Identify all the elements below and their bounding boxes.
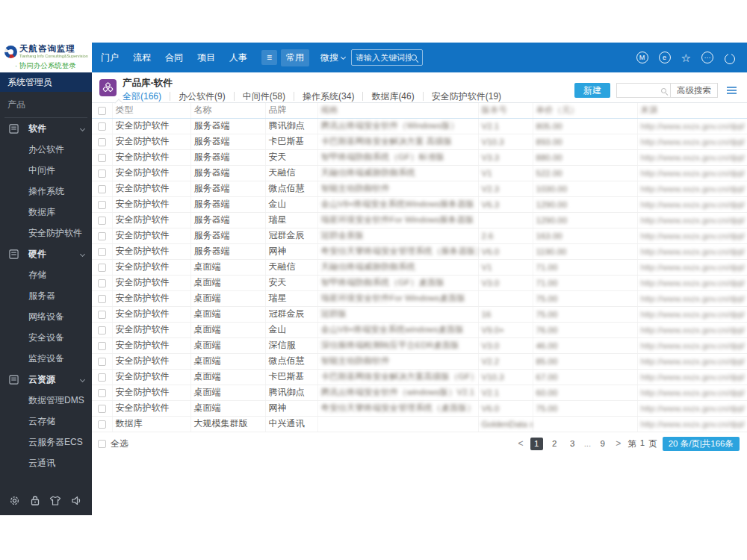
nav-item-hr[interactable]: 人事	[229, 52, 247, 64]
nav-item-project[interactable]: 项目	[197, 52, 215, 64]
theme-shirt-icon[interactable]	[49, 495, 61, 506]
table-row[interactable]: 安全防护软件 服务器端 安天 智甲终端防御系统（GF）标准版 V3.3 880.…	[92, 149, 747, 165]
message-icon[interactable]: e	[659, 52, 671, 63]
row-checkbox[interactable]	[98, 405, 106, 413]
sidebar-item-server[interactable]: 服务器	[0, 285, 92, 306]
power-icon[interactable]	[724, 52, 735, 63]
nav-menu-button[interactable]: ≡	[261, 50, 277, 65]
sidebar-item-security-device[interactable]: 安全设备	[0, 327, 92, 348]
table-row[interactable]: 安全防护软件 服务器端 瑞星 瑞星环境安全软件For Windows服务器版 1…	[92, 212, 747, 228]
sidebar-item-ecs[interactable]: 云服务器ECS	[0, 432, 92, 452]
sidebar-toolbar	[0, 495, 92, 506]
list-view-icon[interactable]	[727, 90, 737, 91]
search-scope-dropdown[interactable]: 微搜	[320, 52, 338, 64]
table-row[interactable]: 安全防护软件 桌面端 天融信 天融信终端威胁防御系统 V1 71.00 http…	[92, 259, 747, 275]
row-checkbox[interactable]	[98, 217, 106, 225]
sidebar-item-cloud-comm[interactable]: 云通讯	[0, 452, 92, 473]
lock-icon[interactable]	[30, 495, 40, 506]
row-checkbox[interactable]	[98, 342, 106, 350]
tab-security-software[interactable]: 安全防护软件(19)	[423, 92, 509, 101]
row-checkbox[interactable]	[98, 185, 106, 193]
table-row[interactable]: 安全防护软件 桌面端 腾讯御点 腾讯云终端安全软件（windows版）V2.1 …	[92, 385, 747, 400]
sidebar-item-database[interactable]: 数据库	[0, 202, 92, 223]
row-checkbox[interactable]	[98, 373, 106, 382]
row-checkbox[interactable]	[98, 122, 106, 131]
tab-os[interactable]: 操作系统(34)	[294, 92, 362, 101]
table-row[interactable]: 安全防护软件 桌面端 金山 金山V8+终端安全系统windows桌面版 V9.0…	[92, 322, 747, 337]
row-checkbox[interactable]	[98, 358, 106, 366]
pager-page-1[interactable]: 1	[530, 438, 543, 450]
table-row[interactable]: 安全防护软件 桌面端 瑞星 瑞星环境安全软件For Windows桌面版 75.…	[92, 290, 747, 306]
sidebar-item-office-software[interactable]: 办公软件	[0, 139, 92, 160]
row-checkbox[interactable]	[98, 154, 106, 162]
star-icon[interactable]: ☆	[681, 52, 691, 63]
table-row[interactable]: 安全防护软件 服务器端 金山 金山V8+终端安全系统Windows服务器版 V6…	[92, 196, 747, 212]
more-icon[interactable]: ···	[701, 52, 713, 63]
row-checkbox[interactable]	[98, 201, 106, 209]
table-row[interactable]: 安全防护软件 服务器端 网神 奇安信天擎终端安全管理系统（服务器版） V6.0 …	[92, 243, 747, 259]
oa-login-link[interactable]: · 协同办公系统登录	[15, 61, 89, 71]
pager-prev-button[interactable]: <	[517, 438, 525, 449]
pager-next-button[interactable]: >	[614, 438, 622, 449]
row-checkbox[interactable]	[98, 169, 106, 178]
nav-item-contract[interactable]: 合同	[165, 52, 183, 64]
table-row[interactable]: 安全防护软件 桌面端 冠群金辰 冠群版 16 75.00 http://www.…	[92, 306, 747, 322]
tab-office-software[interactable]: 办公软件(9)	[170, 92, 234, 101]
table-row[interactable]: 安全防护软件 服务器端 冠群金辰 冠群金辰版 2.6 163.00 http:/…	[92, 228, 747, 243]
pager-page-2[interactable]: 2	[548, 438, 561, 450]
row-checkbox[interactable]	[98, 326, 106, 335]
advanced-search-button[interactable]: 高级搜索	[670, 83, 718, 98]
sidebar-group-cloud[interactable]: 云资源	[0, 369, 92, 390]
chevron-down-icon	[80, 251, 85, 256]
sidebar-item-security-software[interactable]: 安全防护软件	[0, 223, 92, 243]
table-row[interactable]: 安全防护软件 服务器端 腾讯御点 腾讯云终端安全软件（Windows版） V2.…	[92, 118, 747, 134]
table-search-input[interactable]	[616, 83, 670, 98]
jump-page-input[interactable]: 1	[640, 438, 645, 449]
sidebar-item-middleware[interactable]: 中间件	[0, 160, 92, 181]
table-row[interactable]: 安全防护软件 服务器端 微点佰慧 智能主动防御软件 V2.3 1030.00 h…	[92, 181, 747, 196]
sound-speaker-icon[interactable]	[71, 495, 83, 506]
new-button[interactable]: 新建	[574, 83, 610, 98]
m-badge-icon[interactable]: M	[636, 52, 648, 63]
row-checkbox[interactable]	[98, 232, 106, 240]
settings-gear-icon[interactable]	[9, 495, 20, 506]
page-size-summary[interactable]: 20 条/页|共166条	[663, 437, 740, 451]
sidebar-item-network-device[interactable]: 网络设备	[0, 306, 92, 327]
row-checkbox[interactable]	[98, 420, 106, 429]
table-row[interactable]: 安全防护软件 服务器端 卡巴斯基 卡巴斯基网络安全解决方案 高级版 V10.3 …	[92, 134, 747, 149]
sidebar-group-software[interactable]: 软件	[0, 118, 92, 139]
select-all-checkbox[interactable]	[98, 107, 106, 115]
row-checkbox[interactable]	[98, 311, 106, 319]
global-search-input[interactable]: 请输入关键词搜索	[351, 49, 423, 66]
table-row[interactable]: 安全防护软件 服务器端 天融信 天融信终端威胁防御系统 V1 522.00 ht…	[92, 165, 747, 181]
table-row[interactable]: 安全防护软件 桌面端 网神 奇安信天擎终端安全管理系统（桌面版） V6.0 75…	[92, 400, 747, 416]
pager-page-3[interactable]: 3	[566, 438, 579, 450]
table-row[interactable]: 安全防护软件 桌面端 微点佰慧 智能主动防御软件 V2.2 85.00 http…	[92, 353, 747, 369]
sidebar-item-dms[interactable]: 数据管理DMS	[0, 390, 92, 411]
table-row[interactable]: 数据库 大规模集群版 中兴通讯 GoldenData s… http://www…	[92, 416, 747, 432]
row-checkbox[interactable]	[98, 295, 106, 303]
tab-all[interactable]: 全部(166)	[123, 92, 170, 101]
row-checkbox[interactable]	[98, 138, 106, 146]
select-all-footer-checkbox[interactable]	[98, 440, 106, 448]
search-icon[interactable]	[411, 55, 417, 60]
tab-middleware[interactable]: 中间件(58)	[234, 92, 294, 101]
row-checkbox[interactable]	[98, 279, 106, 287]
tab-database[interactable]: 数据库(46)	[362, 92, 422, 101]
table-row[interactable]: 安全防护软件 桌面端 深信服 深信服终端检测响应平台EDR桌面版 V3.0 46…	[92, 337, 747, 353]
nav-item-favorites[interactable]: 常用	[281, 49, 309, 66]
pager-page-9[interactable]: 9	[596, 438, 609, 450]
sidebar-item-os[interactable]: 操作系统	[0, 181, 92, 202]
nav-item-process[interactable]: 流程	[133, 52, 151, 64]
row-checkbox[interactable]	[98, 389, 106, 397]
sidebar-group-hardware[interactable]: 硬件	[0, 243, 92, 264]
row-checkbox[interactable]	[98, 248, 106, 256]
table-row[interactable]: 安全防护软件 桌面端 卡巴斯基 卡巴斯基网络安全解决方案高级版（GF） - KL…	[92, 369, 747, 385]
row-checkbox[interactable]	[98, 264, 106, 272]
col-header-type: 类型	[112, 103, 190, 118]
table-row[interactable]: 安全防护软件 桌面端 安天 智甲终端防御系统（GF）桌面版 V3.0 71.00…	[92, 275, 747, 290]
sidebar-item-storage[interactable]: 存储	[0, 264, 92, 285]
nav-item-portal[interactable]: 门户	[101, 52, 119, 64]
sidebar-item-cloud-storage[interactable]: 云存储	[0, 411, 92, 432]
sidebar-item-monitor-device[interactable]: 监控设备	[0, 348, 92, 369]
